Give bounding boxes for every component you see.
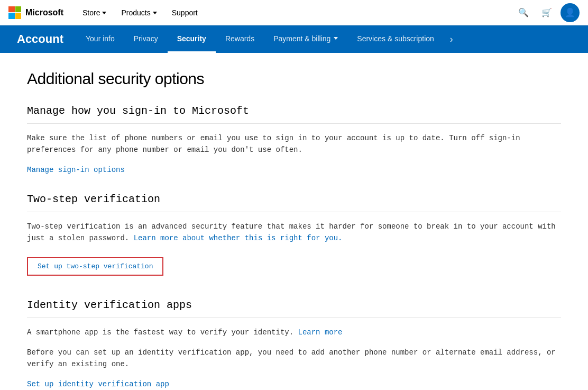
account-navigation: Account Your info Privacy Security Rewar… (0, 25, 588, 53)
nav-rewards[interactable]: Rewards (216, 25, 264, 53)
identity-apps-body1-text: A smartphone app is the fastest way to v… (27, 328, 298, 337)
nav-privacy[interactable]: Privacy (124, 25, 168, 53)
page-title: Additional security options (27, 70, 561, 88)
store-nav-link[interactable]: Store (76, 4, 113, 21)
avatar-icon: 👤 (565, 7, 575, 17)
two-step-section: Two-step verification Two-step verificat… (27, 193, 561, 280)
nav-security[interactable]: Security (168, 25, 216, 53)
identity-apps-section: Identity verification apps A smartphone … (27, 299, 561, 388)
microsoft-logo[interactable]: Microsoft (8, 6, 63, 19)
support-nav-link[interactable]: Support (166, 4, 204, 21)
main-content: Additional security options Manage how y… (16, 53, 572, 390)
two-step-learn-more-link[interactable]: Learn more about whether this is right f… (134, 234, 343, 242)
search-icon: 🔍 (518, 7, 529, 17)
manage-sign-in-link[interactable]: Manage sign-in options (27, 166, 125, 174)
identity-apps-learn-more-link[interactable]: Learn more (298, 328, 342, 337)
logo-text: Microsoft (25, 8, 63, 17)
nav-payment-billing[interactable]: Payment & billing (264, 25, 347, 53)
products-chevron-icon (153, 12, 157, 14)
identity-apps-body2: Before you can set up an identity verifi… (27, 347, 561, 370)
identity-apps-heading: Identity verification apps (27, 299, 561, 318)
nav-your-info[interactable]: Your info (76, 25, 124, 53)
account-nav-title: Account (8, 32, 72, 46)
top-navigation: Microsoft Store Products Support 🔍 🛒 👤 (0, 0, 588, 25)
two-step-heading: Two-step verification (27, 193, 561, 212)
ms-logo-grid (8, 6, 21, 19)
store-chevron-icon (102, 12, 106, 14)
setup-identity-app-link[interactable]: Set up identity verification app (27, 380, 169, 388)
manage-sign-in-body: Make sure the list of phone numbers or e… (27, 132, 561, 156)
payment-billing-chevron-icon (334, 37, 338, 40)
two-step-body: Two-step verification is an advanced sec… (27, 221, 561, 244)
products-nav-link[interactable]: Products (115, 4, 163, 21)
account-avatar[interactable]: 👤 (561, 3, 580, 22)
cart-button[interactable]: 🛒 (537, 3, 556, 22)
manage-sign-in-heading: Manage how you sign-in to Microsoft (27, 105, 561, 124)
manage-sign-in-section: Manage how you sign-in to Microsoft Make… (27, 105, 561, 174)
setup-two-step-button[interactable]: Set up two-step verification (27, 257, 163, 276)
cart-icon: 🛒 (541, 7, 552, 17)
top-nav-right: 🔍 🛒 👤 (514, 3, 580, 22)
identity-apps-body1: A smartphone app is the fastest way to v… (27, 326, 561, 338)
nav-services-subscription[interactable]: Services & subscription (347, 25, 444, 53)
top-nav-links: Store Products Support (76, 4, 514, 21)
nav-more-button[interactable]: › (444, 25, 460, 53)
search-button[interactable]: 🔍 (514, 3, 533, 22)
